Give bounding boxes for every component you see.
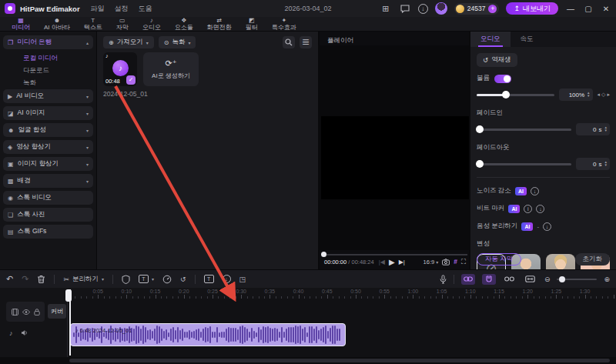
fade-in-value-box[interactable]: 0 s ▲▼ [576,123,610,135]
sidebar-item-ai-video[interactable]: ▶ AI 비디오 ▾ [3,89,93,103]
layout-icon[interactable]: ⊞ [380,3,392,14]
menu-settings[interactable]: 설정 [115,4,129,14]
volume-slider[interactable] [477,94,554,96]
sidebar-item-downloads[interactable]: 다운로드 [3,65,93,77]
link-clips-icon[interactable] [461,274,475,285]
download-model-icon[interactable]: ↓ [536,205,544,213]
cover-button[interactable]: 커버 [48,304,66,319]
scrollbar-thumb[interactable] [69,359,610,362]
fit-timeline-icon[interactable] [524,274,537,285]
tab-media[interactable]: ▦ 미디어 [5,17,37,31]
stepper-icon[interactable]: ▲▼ [604,161,608,168]
auto-subtitle-button[interactable]: 자동 자막 [477,253,521,265]
stepper-icon[interactable]: ▲▼ [587,92,590,99]
undo-icon[interactable]: ↶ [6,274,13,284]
menu-help[interactable]: 도움 [139,4,152,14]
prev-frame-button[interactable]: |◀ [379,259,385,265]
split-button[interactable]: ✂ 분리하기 ▾ [63,275,104,284]
sidebar-item-stock-gifs[interactable]: ▤ 스톡 GIFs [3,225,93,239]
horizontal-scrollbar[interactable] [0,357,616,364]
reset-button[interactable]: 초기화 [575,253,611,265]
next-frame-button[interactable]: ▶| [399,259,405,265]
play-button[interactable]: ▶ [389,258,395,266]
trash-icon[interactable] [37,275,45,284]
fullscreen-icon[interactable]: ⛶ [461,258,466,266]
sort-icon[interactable]: ≡ [300,36,312,48]
text-tool-icon[interactable]: T▾ [139,275,154,283]
sidebar-item-record[interactable]: 녹화 [3,77,93,89]
keyframe-next-icon[interactable]: ▸ [607,92,610,98]
close-button[interactable]: ✕ [601,5,611,13]
volume-toggle[interactable] [494,75,511,83]
sidebar-item-stock-photo[interactable]: ❏ 스톡 사진 [3,208,93,222]
fade-out-slider[interactable] [477,163,571,165]
playhead-handle[interactable] [65,289,72,302]
tab-text[interactable]: T 텍스트 [77,17,109,31]
unlink-icon[interactable] [503,274,517,285]
sidebar-item-image-enhancer[interactable]: ▣ 이미지 향상기 ▾ [3,157,93,171]
reverse-clip-icon[interactable]: ↺ [180,276,186,283]
reverse-play-button[interactable]: ↺ 역재생 [477,53,517,67]
download-model-icon[interactable]: ↓ [543,222,551,231]
coin-balance[interactable]: 24537 + [454,3,500,15]
aspect-ratio-select[interactable]: 16:9 ▾ [424,259,439,265]
fade-in-slider[interactable] [477,129,571,131]
magnet-snap-icon[interactable] [482,274,496,285]
download-model-icon[interactable]: ↓ [531,187,539,195]
microphone-icon[interactable] [440,275,447,284]
tab-transitions[interactable]: ⇄ 화면전환 [200,17,239,31]
grid-icon[interactable]: # [454,258,457,265]
timeline-zoom-slider[interactable] [557,279,597,280]
sidebar-item-local-media[interactable]: 로컬 미디어 [3,52,93,65]
import-button[interactable]: ⊕ 가져오기 ▾ [103,36,154,48]
timeline-ruler[interactable]: 0:05 0:10 0:15 0:20 0:25 0:30 0:35 0:40 … [0,288,616,299]
lock-icon[interactable] [34,309,40,316]
stepper-icon[interactable]: ▲▼ [604,126,608,133]
feedback-bubble-icon[interactable] [399,3,411,14]
menu-file[interactable]: 파일 [91,4,105,14]
maximize-button[interactable]: ▢ [583,5,594,13]
media-clip-thumbnail[interactable]: ♪ ♪ 00:48 ✓ [103,52,137,86]
download-clip-icon[interactable]: ↓ [223,275,231,283]
keyframe-add-icon[interactable]: ◇ [601,92,605,98]
crop-icon[interactable]: ◳ [239,276,246,283]
speed-gauge-icon[interactable] [162,275,172,284]
timeline-audio-clip[interactable]: ♪ 0:48 2024-12-05_01 [70,323,346,346]
eye-icon[interactable] [22,309,30,315]
video-preview-area[interactable] [320,45,470,250]
sidebar-item-stock-video[interactable]: ◉ 스톡 비디오 [3,191,93,205]
sidebar-item-media-bank[interactable]: ❐ 미디어 은행 ▴ [3,35,93,49]
film-icon[interactable] [12,309,18,316]
zoom-out-icon[interactable]: ⊖ [544,276,551,283]
zoom-in-icon[interactable]: ⊕ [604,276,610,283]
playhead[interactable] [69,289,71,356]
player-scrubber[interactable] [323,254,467,255]
search-icon[interactable] [283,36,295,48]
tab-subtitles[interactable]: ▭ 자막 [109,17,136,31]
export-button[interactable]: ↥ 내보내기 [506,2,558,15]
download-icon[interactable]: ↓ [418,4,428,14]
tab-ai-avatar[interactable]: ☻ AI 아바타 [37,17,77,31]
snapshot-icon[interactable] [442,259,450,265]
tab-filters[interactable]: ◩ 필터 [239,17,265,31]
speaker-icon[interactable] [21,329,28,337]
keyframe-prev-icon[interactable]: ◂ [598,92,601,98]
mask-icon[interactable] [122,275,130,284]
tab-elements[interactable]: ❖ 요소들 [168,17,200,31]
user-avatar[interactable] [435,2,447,15]
tab-audio[interactable]: ♪ 오디오 [136,17,168,31]
sidebar-item-background[interactable]: ▩ 배경 ▾ [3,174,93,188]
volume-value-box[interactable]: 100% ▲▼ [559,88,593,101]
add-coins-icon[interactable]: + [488,5,497,13]
redo-icon[interactable]: ↷ [22,274,28,284]
freeze-frame-icon[interactable]: T [204,275,214,283]
music-note-icon[interactable]: ♪ [9,329,13,337]
ai-generate-card[interactable]: ⟳⁺ AI로 생성하기 [143,52,199,86]
minimize-button[interactable]: — [565,5,576,13]
tab-speed-props[interactable]: 속도 [511,32,544,47]
fade-out-value-box[interactable]: 0 s ▲▼ [576,158,610,170]
sidebar-item-ai-image[interactable]: ◪ AI 이미지 ▾ [3,106,93,120]
record-button[interactable]: ⊙ 녹화 ▾ [159,36,196,48]
sidebar-item-video-enhancer[interactable]: ◈ 영상 향상기 ▾ [3,140,93,154]
sidebar-item-face-swap[interactable]: ☻ 얼굴 합성 ▾ [3,123,93,137]
